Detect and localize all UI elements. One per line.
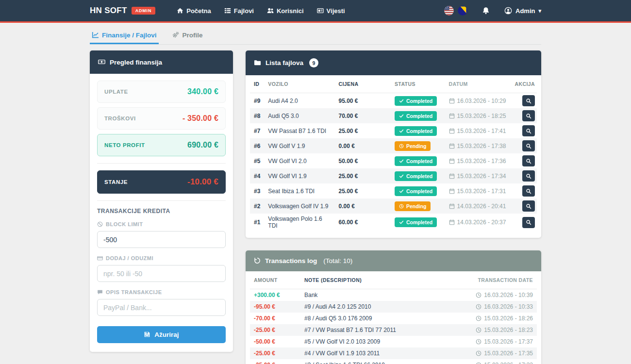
view-file-button[interactable] [522, 95, 535, 106]
search-icon [526, 158, 531, 164]
search-icon [526, 219, 531, 225]
neto-profit-label: NETO PROFIT [104, 142, 145, 148]
transaction-note: #8 / Audi Q5 3.0 176 2009 [300, 313, 444, 324]
ba-flag-icon[interactable] [458, 6, 467, 16]
file-datum: 14.03.2026 - 20:41 [445, 199, 511, 214]
file-datum: 15.03.2026 - 17:41 [445, 123, 511, 138]
status-badge: Completed [395, 171, 437, 181]
file-cijena: 0.00 € [335, 138, 391, 153]
transaction-note: #3 / Seat Ibiza 1.6 TDI 66 2010 [300, 359, 444, 364]
file-datum: 15.03.2026 - 17:38 [445, 138, 511, 153]
file-row: #6 VW Golf V 1.9 0.00 € Pending [250, 138, 537, 153]
list-icon [224, 7, 231, 15]
view-file-button[interactable] [522, 140, 535, 151]
files-panel: Lista fajlova 9 ID VOZILO CIJENA STATUS … [246, 50, 541, 238]
neto-profit-card: NETO PROFIT 690.00 € [97, 134, 226, 156]
transaction-amount: -25.00 € [250, 347, 300, 359]
calendar-icon [449, 188, 455, 195]
us-flag-icon[interactable] [444, 6, 454, 16]
tab-profile[interactable]: Profile [170, 27, 205, 44]
file-id: #5 [250, 153, 264, 168]
view-file-button[interactable] [522, 125, 535, 136]
dodaj-oduzmi-label: DODAJ / ODUZMI [97, 255, 226, 261]
transaction-row: +300.00 € Bank 16.03.2026 - 10:39 [250, 289, 537, 301]
file-vozilo: VW Golf VI 2.0 [264, 153, 334, 168]
file-row: #8 Audi Q5 3.0 70.00 € Completed [250, 108, 537, 123]
tabbar: Finansije / Fajlovi Profile [0, 23, 631, 45]
file-row: #1 Volkswagen Polo 1.6 TDI 60.00 € Compl… [250, 214, 537, 231]
credit-card-icon [97, 255, 103, 261]
col-transaction-date: TRANSACTION DATE [444, 271, 537, 289]
status-badge: Pending [395, 141, 431, 151]
user-circle-icon [504, 7, 512, 15]
file-row: #3 Seat Ibiza 1.6 TDI 25.00 € Completed [250, 183, 537, 199]
transactions-panel-header: Transactions log (Total: 10) [246, 250, 541, 271]
search-icon [526, 173, 531, 179]
calendar-icon [449, 143, 455, 149]
file-row: #5 VW Golf VI 2.0 50.00 € Completed [250, 153, 537, 168]
transaction-amount: -70.00 € [250, 313, 300, 324]
nav-item-vijesti[interactable]: Vijesti [317, 7, 345, 15]
transaction-amount: -95.00 € [250, 301, 300, 313]
troskovi-card: TROŠKOVI - 350.00 € [97, 107, 226, 130]
uplate-label: UPLATE [104, 89, 128, 95]
file-vozilo: Volkswagen Golf IV 1.9 [264, 199, 334, 214]
newspaper-icon [317, 7, 324, 15]
divider [97, 200, 226, 201]
block-limit-label: BLOCK LIMIT [97, 221, 226, 227]
finance-panel-title: Pregled finansija [110, 59, 162, 66]
block-limit-input[interactable] [97, 231, 226, 248]
troskovi-label: TROŠKOVI [104, 116, 136, 121]
brand-logo[interactable]: HN SOFT [90, 6, 127, 16]
calendar-icon [449, 113, 455, 119]
nav-item-pocetna[interactable]: Početna [177, 7, 211, 15]
view-file-button[interactable] [522, 217, 535, 228]
file-vozilo: Volkswagen Polo 1.6 TDI [264, 214, 334, 231]
tab-finansije-fajlovi[interactable]: Finansije / Fajlovi [90, 27, 159, 44]
file-cijena: 0.00 € [335, 199, 391, 214]
view-file-button[interactable] [522, 170, 535, 182]
view-file-button[interactable] [522, 200, 535, 212]
transaction-row: -95.00 € #9 / Audi A4 2.0 125 2010 16.03… [250, 301, 537, 313]
col-akcija: AKCIJA [511, 75, 537, 93]
search-icon [526, 203, 531, 209]
view-file-button[interactable] [522, 185, 535, 197]
file-cijena: 25.00 € [335, 183, 391, 199]
transaction-date: 16.03.2026 - 10:39 [444, 289, 537, 301]
nav-menu: Početna Fajlovi Korisnici Vijesti [177, 7, 345, 15]
col-amount: AMOUNT [250, 271, 300, 289]
nav-item-korisnici[interactable]: Korisnici [267, 7, 304, 15]
admin-badge: ADMIN [132, 7, 156, 15]
file-cijena: 60.00 € [335, 214, 391, 231]
caret-down-icon: ▾ [538, 8, 541, 14]
nav-item-fajlovi[interactable]: Fajlovi [224, 7, 254, 15]
transaction-note: #7 / VW Passat B7 1.6 TDI 77 2011 [300, 324, 444, 336]
file-vozilo: Audi A4 2.0 [264, 93, 334, 109]
azuriraj-button[interactable]: Ažuriraj [97, 326, 226, 343]
file-id: #2 [250, 199, 264, 214]
files-panel-title: Lista fajlova [266, 59, 303, 66]
file-vozilo: Seat Ibiza 1.6 TDI [264, 183, 334, 199]
status-badge: Pending [395, 201, 431, 211]
search-icon [526, 113, 531, 119]
notifications-bell-icon[interactable] [482, 7, 490, 15]
view-file-button[interactable] [522, 110, 535, 121]
files-panel-header: Lista fajlova 9 [246, 50, 541, 75]
transaction-amount: +300.00 € [250, 289, 300, 301]
user-menu[interactable]: Admin ▾ [504, 7, 541, 15]
clock-icon [476, 362, 482, 364]
file-id: #8 [250, 108, 264, 123]
line-chart-icon [92, 32, 99, 39]
opis-transakcije-input[interactable] [97, 299, 226, 316]
view-file-button[interactable] [522, 155, 535, 166]
file-cijena: 70.00 € [335, 108, 391, 123]
navbar: HN SOFT ADMIN Početna Fajlovi Korisnici … [0, 0, 631, 23]
file-id: #1 [250, 214, 264, 231]
transactions-panel: Transactions log (Total: 10) AMOUNT NOTE… [246, 250, 541, 364]
troskovi-value: - 350.00 € [183, 114, 218, 123]
dodaj-oduzmi-input[interactable] [97, 265, 226, 282]
file-cijena: 50.00 € [335, 153, 391, 168]
col-note: NOTE (DESCRIPTION) [300, 271, 444, 289]
stanje-value: -10.00 € [187, 177, 218, 187]
files-table: ID VOZILO CIJENA STATUS DATUM AKCIJA #9 [250, 75, 537, 231]
